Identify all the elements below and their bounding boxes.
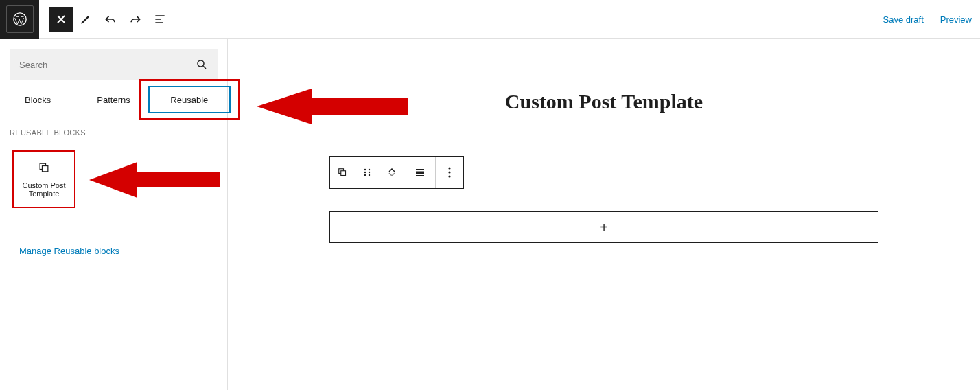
chevron-up-down-icon [388, 168, 395, 176]
svg-point-11 [369, 174, 370, 176]
redo-button[interactable] [123, 7, 148, 32]
tab-blocks[interactable]: Blocks [0, 83, 75, 116]
details-button[interactable] [148, 7, 172, 32]
search-input[interactable] [19, 60, 156, 70]
undo-button[interactable] [98, 7, 123, 32]
manage-reusable-link[interactable]: Manage Reusable blocks [19, 246, 119, 256]
inserter-tabs: Blocks Patterns Reusable [0, 83, 227, 116]
search-input-wrap[interactable] [10, 49, 218, 80]
svg-rect-18 [137, 172, 220, 187]
more-options-button[interactable] [436, 157, 463, 188]
block-type-button[interactable] [330, 157, 355, 188]
outline-icon [153, 12, 167, 26]
svg-point-14 [448, 171, 450, 173]
svg-point-9 [369, 172, 370, 173]
svg-point-8 [364, 172, 366, 173]
wordpress-logo[interactable] [0, 0, 39, 39]
preview-link[interactable]: Preview [932, 8, 980, 32]
move-up-down[interactable] [380, 157, 404, 188]
svg-point-7 [369, 169, 370, 170]
reusable-block-icon [37, 161, 51, 174]
svg-rect-16 [312, 98, 408, 115]
svg-marker-17 [257, 89, 312, 124]
redo-icon [128, 12, 142, 26]
more-vertical-icon [448, 167, 451, 178]
edit-tool-button[interactable] [73, 7, 98, 32]
annotation-arrow [89, 161, 220, 199]
section-label: REUSABLE BLOCKS [0, 116, 227, 144]
save-draft-link[interactable]: Save draft [874, 8, 931, 32]
editor-canvas: Custom Post Template Type / to choose a … [228, 39, 980, 390]
drag-icon [362, 168, 372, 177]
svg-point-10 [364, 174, 366, 176]
undo-icon [104, 12, 117, 26]
svg-rect-5 [341, 171, 346, 176]
svg-point-15 [448, 175, 450, 177]
block-toolbar [329, 156, 464, 189]
svg-point-13 [448, 167, 450, 169]
plus-icon: + [600, 220, 608, 236]
svg-point-1 [198, 60, 204, 67]
reusable-block-icon [336, 166, 349, 179]
reusable-block-label: Custom Post Template [14, 181, 74, 198]
block-inserter-sidebar: Blocks Patterns Reusable REUSABLE BLOCKS… [0, 39, 228, 390]
align-icon [414, 166, 426, 179]
search-icon [196, 58, 208, 71]
svg-rect-12 [416, 172, 424, 174]
svg-rect-3 [43, 166, 48, 172]
reusable-block-card[interactable]: Custom Post Template [12, 150, 75, 208]
svg-marker-19 [89, 162, 137, 198]
wordpress-icon [12, 12, 27, 27]
svg-point-6 [364, 169, 366, 170]
close-icon [56, 14, 67, 25]
tab-reusable[interactable]: Reusable [152, 83, 227, 116]
pencil-icon [79, 12, 93, 26]
close-inserter-button[interactable] [49, 7, 73, 32]
drag-handle[interactable] [355, 157, 380, 188]
add-block-button[interactable]: + [329, 211, 878, 243]
annotation-highlight: Reusable [139, 79, 240, 120]
top-toolbar: Save draft Preview [0, 0, 980, 39]
annotation-arrow [257, 86, 408, 127]
tab-reusable-label: Reusable [170, 95, 208, 105]
align-button[interactable] [404, 157, 436, 188]
